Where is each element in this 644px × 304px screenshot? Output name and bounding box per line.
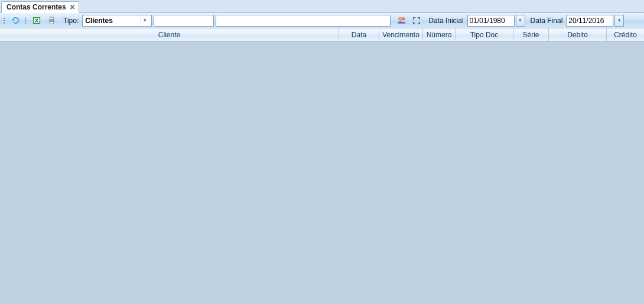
column-credito[interactable]: Crédito [607,28,644,41]
name-input[interactable] [216,15,390,26]
column-numero[interactable]: Número [423,28,456,41]
tipo-input[interactable] [83,15,141,26]
export-excel-button[interactable] [30,14,43,27]
toolbar-grip [2,18,6,24]
column-data[interactable]: Data [339,28,379,41]
tipo-dropdown-button[interactable]: ▾ [141,15,149,26]
data-final-input[interactable] [566,15,613,27]
printer-icon [47,16,56,25]
expand-button[interactable] [410,14,423,27]
column-cliente[interactable]: Cliente [0,28,339,41]
code-input-wrap[interactable] [154,15,214,27]
name-input-wrap[interactable] [216,15,391,27]
grid-body [0,41,644,304]
refresh-icon [11,16,20,25]
data-final-wrap: ▾ [566,15,624,27]
column-vencimento[interactable]: Vencimento [379,28,423,41]
chevron-down-icon: ▾ [144,18,147,23]
svg-point-6 [402,18,405,21]
print-button[interactable] [45,14,58,27]
chevron-down-icon: ▾ [519,18,522,23]
column-tipo-doc[interactable]: Tipo Doc [456,28,513,41]
svg-rect-3 [50,17,53,20]
column-serie[interactable]: Série [513,28,549,41]
data-final-dropdown[interactable]: ▾ [614,15,624,27]
expand-icon [412,17,421,25]
svg-rect-4 [50,21,53,24]
data-inicial-label: Data Inicial [425,17,465,25]
grid-header: Cliente Data Vencimento Número Tipo Doc … [0,28,644,41]
tab-strip: Contas Correntes ✕ [0,0,644,13]
data-final-label: Data Final [527,17,565,25]
toolbar: Tipo: ▾ Data Inicial ▾ Data Final ▾ [0,13,644,28]
refresh-button[interactable] [9,14,22,27]
column-debito[interactable]: Debito [549,28,607,41]
code-input[interactable] [154,15,213,26]
close-icon[interactable]: ✕ [70,4,75,11]
tipo-combo[interactable]: ▾ [82,15,152,27]
tipo-label: Tipo: [60,17,80,25]
excel-icon [32,16,41,25]
data-inicial-dropdown[interactable]: ▾ [516,15,525,27]
users-icon [397,16,406,25]
tab-title: Contas Correntes [6,3,66,11]
users-button[interactable] [395,14,408,27]
chevron-down-icon: ▾ [618,18,621,23]
svg-point-5 [399,17,402,20]
toolbar-grip-2 [24,18,27,24]
data-inicial-input[interactable] [467,15,515,27]
data-inicial-wrap: ▾ [467,15,525,27]
tab-contas-correntes[interactable]: Contas Correntes ✕ [1,1,79,13]
